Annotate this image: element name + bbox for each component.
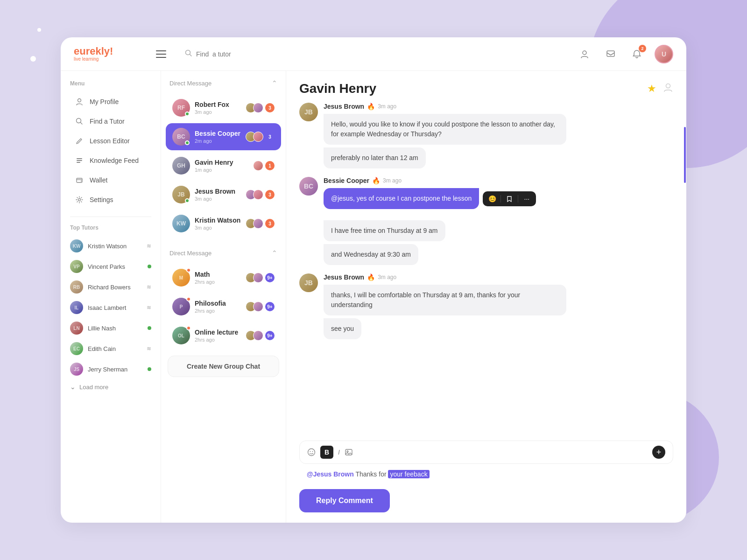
tutor-name: Jerry Sherman bbox=[88, 366, 143, 373]
wifi-icon: ≋ bbox=[147, 243, 151, 249]
add-attachment-button[interactable]: + bbox=[652, 446, 665, 459]
hamburger-menu-icon[interactable] bbox=[156, 50, 166, 58]
sidebar-item-lesson-editor[interactable]: Lesson Editor bbox=[65, 132, 156, 150]
msg-info: Bessie Cooper 2m ago bbox=[195, 130, 241, 144]
tutor-name: Vincent Parks bbox=[88, 263, 143, 270]
edit-icon bbox=[75, 136, 84, 146]
msg-right: 9+ bbox=[246, 301, 275, 312]
msg-info: Gavin Henry 1m ago bbox=[195, 159, 248, 173]
message-bubble: I have free time on Thursday at 9 am bbox=[324, 220, 445, 241]
message-item-online-lecture[interactable]: OL Online lecture 2hrs ago 9+ bbox=[166, 322, 281, 349]
tutor-name: Lillie Nash bbox=[88, 325, 143, 332]
search-input[interactable] bbox=[196, 50, 289, 58]
sidebar-item-label: Find a Tutor bbox=[90, 118, 125, 125]
wallet-icon bbox=[75, 175, 84, 185]
message-content: Bessie Cooper 🔥 3m ago @jesus, yes of co… bbox=[324, 177, 673, 265]
group-avatar bbox=[253, 132, 263, 142]
sidebar-item-label: Knowledge Feed bbox=[90, 157, 139, 164]
dm-label-2: Direct Message bbox=[169, 250, 211, 257]
msg-time: 1m ago bbox=[195, 167, 248, 173]
flame-icon: 🔥 bbox=[367, 273, 375, 281]
topbar-actions: 2 U bbox=[576, 45, 673, 63]
star-icon[interactable]: ★ bbox=[647, 83, 656, 95]
msg-info: Jesus Brown 3m ago bbox=[195, 188, 241, 202]
emoji-picker-icon[interactable] bbox=[307, 448, 316, 456]
settings-icon bbox=[75, 195, 84, 204]
tutor-item[interactable]: RB Richard Bowers ≋ bbox=[61, 277, 161, 297]
user-profile-icon[interactable] bbox=[663, 82, 673, 95]
load-more-button[interactable]: ⌄ Load more bbox=[61, 379, 161, 394]
emoji-reaction-button[interactable]: 😊 bbox=[486, 193, 498, 204]
image-attach-icon[interactable] bbox=[345, 448, 353, 456]
messages-icon[interactable] bbox=[602, 46, 619, 63]
msg-right: 3 bbox=[246, 103, 275, 113]
svg-point-18 bbox=[347, 451, 348, 452]
reply-comment-button[interactable]: Reply Comment bbox=[299, 489, 390, 512]
svg-rect-9 bbox=[77, 162, 80, 163]
wifi-icon: ≋ bbox=[147, 304, 151, 311]
tutor-name: Kristin Watson bbox=[88, 243, 142, 250]
svg-point-14 bbox=[308, 449, 315, 456]
msg-name: Math bbox=[195, 271, 241, 278]
sidebar-item-wallet[interactable]: Wallet bbox=[65, 171, 156, 189]
more-options-button[interactable]: ··· bbox=[521, 193, 532, 204]
message-item-kristin-watson[interactable]: KW Kristin Watson 3m ago 3 bbox=[166, 210, 281, 237]
msg-right: 3 bbox=[246, 218, 275, 229]
message-item-jesus-brown[interactable]: JB Jesus Brown 3m ago 3 bbox=[166, 181, 281, 208]
message-item-math[interactable]: M Math 2hrs ago 9+ bbox=[166, 264, 281, 291]
collapse-icon[interactable]: ⌃ bbox=[272, 79, 277, 87]
sidebar-item-find-tutor[interactable]: Find a Tutor bbox=[65, 112, 156, 131]
collapse-icon-2[interactable]: ⌃ bbox=[272, 249, 277, 257]
sidebar-item-label: My Profile bbox=[90, 98, 119, 105]
chat-title: Gavin Henry bbox=[299, 81, 376, 96]
msg-name: Robert Fox bbox=[195, 101, 241, 108]
load-more-label: Load more bbox=[79, 384, 108, 391]
message-item-gavin-henry[interactable]: GH Gavin Henry 1m ago 1 bbox=[166, 152, 281, 179]
notifications-icon[interactable]: 2 bbox=[628, 46, 645, 63]
profile-icon bbox=[75, 97, 84, 106]
sidebar-item-my-profile[interactable]: My Profile bbox=[65, 92, 156, 111]
msg-right: 3 bbox=[246, 132, 275, 142]
msg-time: 3m ago bbox=[195, 109, 241, 115]
tutor-item[interactable]: KW Kristin Watson ≋ bbox=[61, 236, 161, 256]
create-new-group-chat-button[interactable]: Create New Group Chat bbox=[168, 356, 279, 377]
sidebar: Menu My Profile Find a Tutor bbox=[61, 71, 161, 523]
user-avatar-topbar[interactable]: U bbox=[655, 45, 673, 63]
message-item-robert-fox[interactable]: RF Robert Fox 3m ago 3 bbox=[166, 94, 281, 121]
notification-badge: 2 bbox=[639, 45, 646, 52]
create-group-label: Create New Group Chat bbox=[187, 363, 260, 370]
msg-name: Kristin Watson bbox=[195, 217, 241, 224]
message-item-bessie-cooper[interactable]: BC Bessie Cooper 2m ago 3 bbox=[166, 123, 281, 150]
tutor-item[interactable]: LN Lillie Nash bbox=[61, 318, 161, 338]
group-avatar bbox=[253, 301, 263, 312]
sidebar-item-settings[interactable]: Settings bbox=[65, 190, 156, 209]
message-bubble: preferably no later than 12 am bbox=[324, 147, 426, 168]
tutor-item[interactable]: VP Vincent Parks bbox=[61, 256, 161, 277]
message-item-philosofia[interactable]: P Philosofia 2hrs ago 9+ bbox=[166, 293, 281, 320]
content-area: Menu My Profile Find a Tutor bbox=[61, 71, 686, 523]
reply-text-area[interactable]: @Jesus Brown Thanks for your feeback bbox=[299, 467, 673, 482]
msg-avatar-wrap: GH bbox=[172, 157, 190, 175]
menu-label: Menu bbox=[61, 80, 161, 91]
sidebar-item-knowledge-feed[interactable]: Knowledge Feed bbox=[65, 151, 156, 170]
bold-button[interactable]: B bbox=[320, 446, 333, 459]
online-status-dot bbox=[148, 265, 151, 268]
bookmark-button[interactable] bbox=[504, 193, 515, 204]
chat-header-actions: ★ bbox=[647, 82, 673, 95]
reply-text: Thanks for bbox=[355, 470, 388, 478]
tutor-avatar: EC bbox=[70, 342, 83, 355]
italic-button[interactable]: I bbox=[338, 448, 340, 456]
profile-icon[interactable] bbox=[576, 46, 593, 63]
tutor-item[interactable]: JS Jerry Sherman bbox=[61, 359, 161, 379]
search-icon bbox=[75, 117, 84, 126]
online-status-dot bbox=[148, 326, 151, 330]
message-header-row: Bessie Cooper 🔥 3m ago bbox=[324, 177, 673, 184]
msg-time: 2hrs ago bbox=[195, 308, 241, 314]
msg-avatar-wrap: BC bbox=[172, 128, 190, 146]
sidebar-item-label: Settings bbox=[90, 196, 113, 203]
tutor-item[interactable]: IL Isaac Lambert ≋ bbox=[61, 297, 161, 318]
highlighted-text: your feeback bbox=[388, 470, 429, 478]
tutor-item[interactable]: EC Edith Cain ≋ bbox=[61, 338, 161, 359]
msg-badge: 1 bbox=[265, 161, 275, 170]
topbar: eurekly! live learning bbox=[61, 37, 686, 71]
